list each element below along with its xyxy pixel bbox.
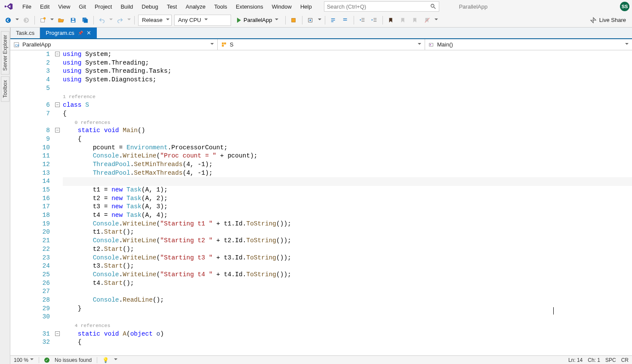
- clear-bookmark-button[interactable]: [422, 15, 432, 25]
- tb-button-2[interactable]: [306, 15, 315, 25]
- tab-label: Task.cs: [16, 30, 34, 36]
- svg-rect-7: [72, 18, 74, 20]
- svg-point-3: [24, 17, 29, 22]
- new-project-button[interactable]: [38, 15, 48, 25]
- indent-more-button[interactable]: [370, 15, 379, 25]
- codelens-class[interactable]: 1 reference: [63, 93, 632, 101]
- menu-test[interactable]: Test: [163, 2, 182, 12]
- uncomment-button[interactable]: [341, 15, 350, 25]
- svg-point-10: [309, 19, 311, 21]
- svg-text:C#: C#: [15, 43, 20, 47]
- class-icon: [221, 42, 227, 48]
- status-bar: 100 % ✓ No issues found 💡 Ln: 14 Ch: 1 S…: [10, 355, 632, 364]
- separator: [285, 16, 286, 25]
- vs-logo-icon: [3, 2, 15, 11]
- live-share-button[interactable]: Live Share: [587, 17, 629, 24]
- fold-icon[interactable]: [55, 331, 60, 336]
- menu-build[interactable]: Build: [116, 2, 137, 12]
- open-file-button[interactable]: [56, 15, 66, 25]
- tb-button-1[interactable]: [289, 15, 299, 25]
- nav-back-button[interactable]: [3, 15, 13, 25]
- code-editor[interactable]: 1 2 3 4 5 6 7 8 9 10 11 12 13 14 15 16 1…: [10, 50, 632, 355]
- chevron-down-icon: [204, 19, 208, 22]
- search-input[interactable]: Search (Ctrl+Q): [324, 1, 439, 12]
- undo-button[interactable]: [97, 15, 107, 25]
- menu-file[interactable]: File: [18, 2, 36, 12]
- next-bookmark-button[interactable]: [410, 15, 420, 25]
- menu-window[interactable]: Window: [268, 2, 296, 12]
- pin-icon[interactable]: 📌: [78, 31, 83, 35]
- fold-icon[interactable]: [55, 52, 60, 56]
- menu-view[interactable]: View: [54, 2, 74, 12]
- separator: [134, 16, 135, 25]
- svg-rect-26: [224, 42, 226, 44]
- tab-task-cs[interactable]: Task.cs: [10, 28, 40, 38]
- undo-dropdown[interactable]: [109, 19, 113, 22]
- separator: [97, 357, 97, 363]
- tab-program-cs[interactable]: Program.cs 📌 ✕: [40, 28, 96, 38]
- menu-git[interactable]: Git: [74, 2, 90, 12]
- menu-edit[interactable]: Edit: [36, 2, 54, 12]
- side-tab-server-explorer[interactable]: Server Explorer: [1, 31, 9, 74]
- codelens-main[interactable]: 0 references: [63, 118, 632, 127]
- svg-rect-27: [222, 45, 224, 46]
- current-line: [63, 177, 632, 186]
- separator: [34, 16, 35, 25]
- separator: [354, 16, 354, 25]
- comment-out-button[interactable]: [329, 15, 338, 25]
- live-share-icon: [590, 17, 597, 24]
- save-all-button[interactable]: [80, 15, 90, 25]
- menu-debug[interactable]: Debug: [137, 2, 162, 12]
- menu-tools[interactable]: Tools: [210, 2, 231, 12]
- new-project-dropdown[interactable]: [50, 19, 54, 22]
- menu-help[interactable]: Help: [296, 2, 316, 12]
- status-ending: CR: [621, 357, 629, 363]
- line-number-gutter: 1 2 3 4 5 6 7 8 9 10 11 12 13 14 15 16 1…: [10, 50, 55, 355]
- chevron-down-icon[interactable]: [114, 358, 117, 362]
- redo-dropdown[interactable]: [127, 19, 131, 22]
- side-tab-toolbox[interactable]: Toolbox: [1, 76, 9, 102]
- separator: [302, 16, 302, 25]
- nav-member-combo[interactable]: Main(): [425, 39, 632, 50]
- prev-bookmark-button[interactable]: [398, 15, 408, 25]
- status-indent: SPC: [605, 357, 616, 363]
- svg-point-29: [430, 44, 431, 45]
- svg-rect-25: [222, 42, 224, 44]
- code-content[interactable]: using System; using System.Threading; us…: [63, 50, 632, 355]
- issues-label: No issues found: [55, 357, 92, 363]
- nav-back-dropdown[interactable]: [15, 19, 19, 22]
- svg-point-2: [6, 17, 11, 22]
- fold-icon[interactable]: [55, 102, 60, 107]
- zoom-combo[interactable]: 100 %: [14, 357, 34, 363]
- nav-forward-button[interactable]: [22, 15, 31, 25]
- nav-project-combo[interactable]: C# ParallelApp: [10, 39, 218, 50]
- menu-analyze[interactable]: Analyze: [181, 2, 210, 12]
- lightbulb-icon[interactable]: 💡: [102, 357, 109, 363]
- avatar[interactable]: SS: [620, 2, 629, 11]
- bookmark-button[interactable]: [386, 15, 396, 25]
- save-button[interactable]: [68, 15, 78, 25]
- svg-point-5: [43, 17, 46, 19]
- navigation-bar: C# ParallelApp S Main(): [10, 39, 632, 50]
- platform-combo[interactable]: Any CPU: [174, 15, 231, 26]
- start-debug-button[interactable]: ParallelApp: [234, 17, 282, 23]
- menu-extensions[interactable]: Extensions: [231, 2, 268, 12]
- codelens-a[interactable]: 4 references: [63, 321, 632, 330]
- redo-button[interactable]: [115, 15, 125, 25]
- fold-icon[interactable]: [55, 128, 60, 133]
- config-combo[interactable]: Release: [138, 15, 172, 26]
- close-icon[interactable]: ✕: [86, 30, 91, 36]
- menu-project[interactable]: Project: [90, 2, 116, 12]
- csharp-project-icon: C#: [14, 42, 20, 48]
- nav-class-combo[interactable]: S: [218, 39, 425, 50]
- check-icon: ✓: [44, 358, 49, 363]
- fold-gutter: [55, 50, 63, 355]
- solution-name: ParallelApp: [455, 3, 492, 10]
- menu-bar: File Edit View Git Project Build Debug T…: [0, 0, 632, 13]
- nav-member-value: Main(): [437, 41, 623, 48]
- indent-less-button[interactable]: [358, 15, 367, 25]
- chevron-down-icon: [30, 358, 34, 362]
- toolbar-overflow[interactable]: [435, 19, 438, 22]
- tb-dropdown-2[interactable]: [318, 19, 321, 22]
- separator: [39, 357, 39, 363]
